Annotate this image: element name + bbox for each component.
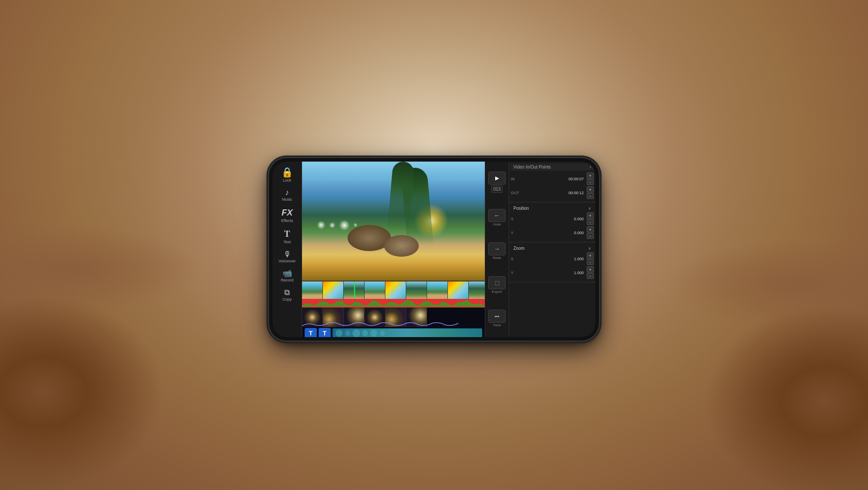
position-title: Position xyxy=(513,206,529,211)
export-icon: ⬚ xyxy=(495,280,500,286)
undo-button[interactable]: ← xyxy=(488,209,506,222)
play-button[interactable]: ▶ xyxy=(488,172,506,185)
sidebar-item-copy[interactable]: ⧉ Copy xyxy=(273,286,302,304)
inout-title: Video In/Out Points xyxy=(513,165,551,169)
zoom-x-label: X xyxy=(511,257,523,261)
sidebar-item-voiceover[interactable]: 🎙 Voiceover xyxy=(273,248,302,266)
text-label: Text xyxy=(283,240,291,244)
in-value: 00:00:07 xyxy=(524,177,585,181)
sidebar-item-effects[interactable]: FX Effects xyxy=(273,205,302,225)
position-x-label: X xyxy=(511,217,523,221)
zoom-y-value: 1.000 xyxy=(524,271,585,275)
phone-body: 🔒 Lock ♪ Music FX Effects T Text 🎙 xyxy=(269,158,599,341)
copy-label: Copy xyxy=(283,297,292,301)
bokeh-track xyxy=(302,308,485,327)
copy-icon: ⧉ xyxy=(284,288,290,296)
in-controls: + - xyxy=(587,172,594,185)
zoom-x-value: 1.000 xyxy=(524,257,585,261)
position-y-label: Y xyxy=(511,231,523,235)
video-preview xyxy=(302,162,485,281)
lock-label: Lock xyxy=(283,178,291,182)
svg-point-3 xyxy=(352,329,360,337)
thumb-5 xyxy=(385,281,406,299)
inout-section: Video In/Out Points › IN 00:00:07 + - xyxy=(509,162,595,202)
play-icon: ▶ xyxy=(495,175,499,181)
text-icon: T xyxy=(284,229,290,239)
tools-control: ••• Tools xyxy=(488,310,506,327)
inout-header: Video In/Out Points › xyxy=(511,163,594,171)
tools-button[interactable]: ••• xyxy=(488,310,506,323)
phone-screen: 🔒 Lock ♪ Music FX Effects T Text 🎙 xyxy=(273,162,595,337)
music-icon: ♪ xyxy=(285,189,289,196)
sidebar-item-record[interactable]: 📹 Record xyxy=(273,267,302,285)
svg-point-4 xyxy=(362,330,368,336)
title-t1: T xyxy=(309,330,313,337)
zoom-x-minus[interactable]: - xyxy=(587,259,594,265)
title-badge-1[interactable]: T xyxy=(305,328,317,337)
out-row: OUT 00:00:12 + - xyxy=(511,186,594,199)
thumb-6 xyxy=(406,281,427,299)
play-control: ▶ 013 xyxy=(488,172,506,193)
zoom-expand[interactable]: ∨ xyxy=(588,246,591,251)
center-controls: ▶ 013 ← Undo → Redo xyxy=(485,162,509,337)
left-sidebar: 🔒 Lock ♪ Music FX Effects T Text 🎙 xyxy=(273,162,302,337)
zoom-y-label: Y xyxy=(511,271,523,275)
out-plus-btn[interactable]: + xyxy=(587,186,594,192)
sidebar-item-lock[interactable]: 🔒 Lock xyxy=(273,165,302,185)
in-minus-icon: - xyxy=(589,180,591,185)
zoom-x-plus[interactable]: + xyxy=(587,252,594,258)
pos-y-plus[interactable]: + xyxy=(587,226,594,232)
thumb-8 xyxy=(448,281,469,299)
sidebar-item-text[interactable]: T Text xyxy=(273,226,302,247)
thumb-7 xyxy=(427,281,448,299)
thumb-4 xyxy=(365,281,385,299)
in-row: IN 00:00:07 + - xyxy=(511,172,594,185)
title-t2: T xyxy=(323,330,327,337)
lock-icon: 🔒 xyxy=(281,168,293,177)
pos-y-minus[interactable]: - xyxy=(587,233,594,239)
zoom-x-controls: + - xyxy=(587,252,594,265)
thumb-2 xyxy=(323,281,344,299)
in-label: IN xyxy=(511,177,523,181)
pos-x-minus[interactable]: - xyxy=(587,219,594,225)
title-badge-2[interactable]: T xyxy=(319,328,331,337)
redo-button[interactable]: → xyxy=(488,242,506,255)
sidebar-item-music[interactable]: ♪ Music xyxy=(273,186,302,204)
zoom-x-row: X 1.000 + - xyxy=(511,252,594,265)
tools-label: Tools xyxy=(493,323,501,327)
tools-icon: ••• xyxy=(495,314,500,319)
redo-icon: → xyxy=(494,245,500,252)
out-value: 00:00:12 xyxy=(524,191,585,195)
pos-x-plus[interactable]: + xyxy=(587,212,594,219)
lens-flares xyxy=(317,220,358,231)
voiceover-label: Voiceover xyxy=(279,259,296,263)
voiceover-icon: 🎙 xyxy=(283,250,291,258)
title-track-pattern xyxy=(332,328,482,337)
bokeh-waveform xyxy=(302,321,485,327)
position-expand[interactable]: ∨ xyxy=(588,206,591,211)
waveform-svg xyxy=(302,299,485,308)
position-x-controls: + - xyxy=(587,212,594,225)
redo-label: Redo xyxy=(493,256,501,260)
in-plus-btn[interactable]: + xyxy=(587,172,594,179)
out-minus-btn[interactable]: - xyxy=(587,193,594,199)
timeline-area: T T xyxy=(302,281,485,337)
music-label: Music xyxy=(282,197,293,202)
svg-point-1 xyxy=(335,330,342,337)
zoom-y-minus[interactable]: - xyxy=(587,273,594,279)
position-header: Position ∨ xyxy=(511,204,594,212)
record-icon: 📹 xyxy=(283,269,292,277)
svg-point-2 xyxy=(345,331,350,336)
zoom-title: Zoom xyxy=(513,246,525,251)
in-minus-btn[interactable]: - xyxy=(587,179,594,185)
position-y-controls: + - xyxy=(587,226,594,239)
zoom-y-plus[interactable]: + xyxy=(587,266,594,272)
svg-point-5 xyxy=(370,330,377,337)
right-panel: Video In/Out Points › IN 00:00:07 + - xyxy=(509,162,595,337)
export-label: Export xyxy=(492,290,502,294)
export-button[interactable]: ⬚ xyxy=(488,276,506,289)
out-minus-icon: - xyxy=(589,194,591,199)
position-y-value: 0.000 xyxy=(524,231,585,235)
title-track: T T xyxy=(302,327,485,337)
track-number: 013 xyxy=(491,185,503,193)
